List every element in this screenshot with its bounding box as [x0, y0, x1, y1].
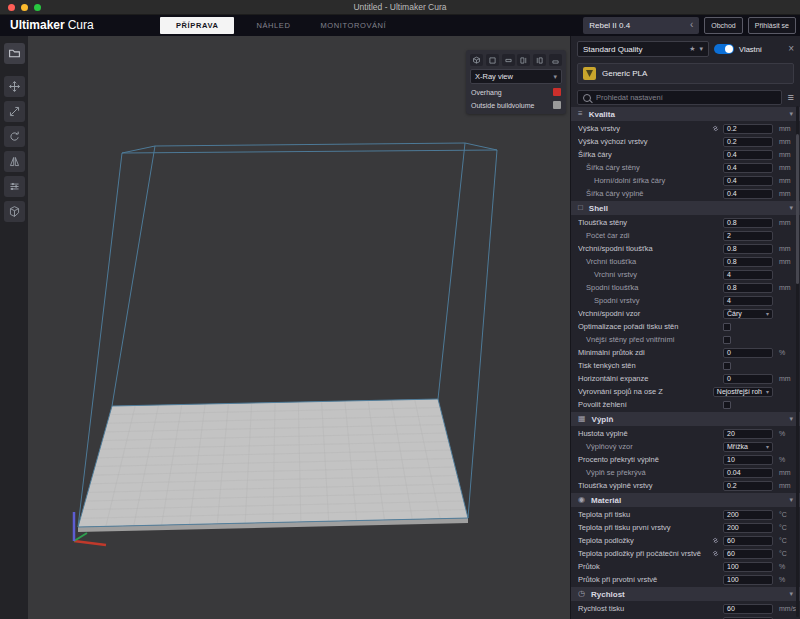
setting-value-input[interactable]: 20: [723, 429, 773, 439]
shell-icon: □: [578, 204, 583, 212]
move-icon[interactable]: [4, 76, 25, 97]
setting-dropdown[interactable]: Nejostřejší roh▾: [713, 387, 773, 397]
section-header-speed[interactable]: ◷Rychlost▾: [571, 587, 800, 601]
support-blocker-icon[interactable]: [4, 201, 25, 222]
setting-row: Výplňový vzorMřížka▾: [571, 440, 800, 453]
view-front-icon[interactable]: [486, 54, 499, 66]
section-header-shell[interactable]: □Shell▾: [571, 201, 800, 215]
setting-value-input[interactable]: 0: [723, 348, 773, 358]
setting-value-input[interactable]: 0.2: [723, 481, 773, 491]
setting-value-input[interactable]: 0.8: [723, 244, 773, 254]
setting-unit: mm: [776, 258, 795, 265]
rotate-icon[interactable]: [4, 126, 25, 147]
setting-value-input[interactable]: 0.4: [723, 189, 773, 199]
view-top-icon[interactable]: [502, 54, 515, 66]
setting-value-input[interactable]: 0.4: [723, 176, 773, 186]
open-file-icon[interactable]: [4, 43, 25, 64]
marketplace-button[interactable]: Obchod: [704, 17, 743, 34]
setting-value-input[interactable]: 60: [723, 536, 773, 546]
section-title: Rychlost: [591, 590, 625, 599]
view-mode-dropdown[interactable]: X-Ray view ▾: [470, 69, 562, 84]
setting-value-input[interactable]: 60: [723, 549, 773, 559]
signin-button[interactable]: Přihlásit se: [748, 17, 796, 34]
setting-checkbox[interactable]: [723, 362, 731, 370]
setting-value-input[interactable]: 0.8: [723, 218, 773, 228]
setting-value-input[interactable]: 0: [723, 374, 773, 384]
setting-unit: %: [776, 349, 795, 356]
setting-row: Průtok při prvotní vrstvě100%: [571, 573, 800, 586]
section-title: Kvalita: [589, 110, 615, 119]
setting-value-input[interactable]: 100: [723, 562, 773, 572]
setting-row: Povolit žehlení: [571, 398, 800, 411]
setting-label: Vrchní/spodní tloušťka: [578, 244, 720, 253]
setting-value-input[interactable]: 200: [723, 523, 773, 533]
setting-label: Výplň se překrývá: [578, 468, 720, 477]
chevron-down-icon: ▾: [766, 443, 769, 450]
setting-row: Teplota při tisku první vrstvy200°C: [571, 521, 800, 534]
tab-preview[interactable]: NÁHLED: [248, 17, 298, 34]
setting-unit: mm/s: [776, 605, 795, 612]
setting-value-input[interactable]: 0.8: [723, 257, 773, 267]
section-header-infill[interactable]: ▦Výplň▾: [571, 412, 800, 426]
setting-value-input[interactable]: 100: [723, 575, 773, 585]
setting-value-input[interactable]: 0.2: [723, 137, 773, 147]
setting-value-input[interactable]: 10: [723, 455, 773, 465]
printer-selector[interactable]: Rebel II 0.4 ‹: [583, 17, 699, 34]
settings-search-input[interactable]: Prohledat nastavení: [577, 90, 782, 105]
setting-label: Teplota podložky při počáteční vrstvě: [578, 549, 708, 558]
setting-value-input[interactable]: 60: [723, 604, 773, 614]
setting-label: Šířka čáry: [578, 150, 720, 159]
setting-label: Minimální průtok zdi: [578, 348, 720, 357]
scale-icon[interactable]: [4, 101, 25, 122]
setting-value-input[interactable]: 200: [723, 510, 773, 520]
dropdown-value: Čáry: [727, 310, 742, 317]
view-left-icon[interactable]: [517, 54, 530, 66]
mirror-icon[interactable]: [4, 151, 25, 172]
setting-dropdown[interactable]: Čáry▾: [723, 309, 773, 319]
legend-swatch: [553, 101, 561, 109]
setting-dropdown[interactable]: Mřížka▾: [723, 442, 773, 452]
setting-value-input[interactable]: 4: [723, 296, 773, 306]
tab-monitor[interactable]: MONITOROVÁNÍ: [312, 17, 394, 34]
tab-prepare[interactable]: PŘÍPRAVA: [160, 17, 234, 34]
setting-label: Horizontální expanze: [578, 374, 720, 383]
setting-value-input[interactable]: 0.4: [723, 150, 773, 160]
setting-value-input[interactable]: 0.04: [723, 468, 773, 478]
setting-row: Šířka čáry0.4mm: [571, 148, 800, 161]
legend-label: Overhang: [471, 89, 502, 96]
settings-scrollbar[interactable]: [796, 106, 799, 617]
setting-value-input[interactable]: 2: [723, 231, 773, 241]
view-right-icon[interactable]: [533, 54, 546, 66]
setting-checkbox[interactable]: [723, 401, 731, 409]
setting-row: Spodní vrstvy4: [571, 294, 800, 307]
setting-checkbox[interactable]: [723, 336, 731, 344]
section-header-material[interactable]: ◉Materiál▾: [571, 493, 800, 507]
setting-checkbox[interactable]: [723, 323, 731, 331]
maximize-window-button[interactable]: [34, 4, 41, 11]
setting-row: Hustota výplně20%: [571, 427, 800, 440]
profile-dropdown[interactable]: Standard Quality ★ ▾: [577, 41, 709, 57]
chevron-down-icon: ▾: [553, 73, 557, 81]
setting-unit: mm: [776, 125, 795, 132]
profile-name: Standard Quality: [583, 45, 643, 54]
settings-menu-icon[interactable]: ≡: [788, 92, 794, 103]
scrollbar-thumb[interactable]: [796, 134, 799, 284]
setting-value-input[interactable]: 0.4: [723, 163, 773, 173]
close-window-button[interactable]: [8, 4, 15, 11]
close-panel-icon[interactable]: ×: [788, 44, 794, 54]
view-3d-icon[interactable]: [470, 54, 483, 66]
setting-value-input[interactable]: 4: [723, 270, 773, 280]
viewport-3d[interactable]: X-Ray view ▾ OverhangOutside buildvolume: [28, 36, 570, 619]
setting-unit: °C: [776, 537, 795, 544]
custom-label: Vlastní: [739, 45, 762, 54]
setting-label: Teplota při tisku první vrstvy: [578, 523, 720, 532]
view-bottom-icon[interactable]: [549, 54, 562, 66]
custom-settings-toggle[interactable]: [714, 44, 734, 54]
setting-label: Horní/dolní šířka čáry: [578, 176, 720, 185]
minimize-window-button[interactable]: [21, 4, 28, 11]
section-header-quality[interactable]: ≡Kvalita▾: [571, 107, 800, 121]
setting-value-input[interactable]: 0.2: [723, 124, 773, 134]
setting-value-input[interactable]: 0.8: [723, 283, 773, 293]
material-selector[interactable]: Generic PLA: [577, 63, 794, 84]
per-model-settings-icon[interactable]: [4, 176, 25, 197]
